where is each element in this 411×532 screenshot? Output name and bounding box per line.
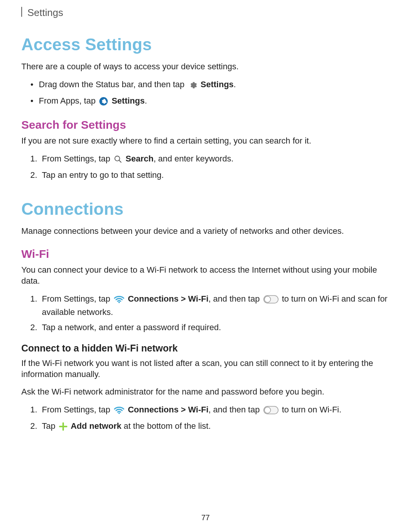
text: From Apps, tap — [39, 96, 98, 105]
text: , and then tap — [209, 405, 262, 414]
text: Tap — [42, 421, 58, 431]
wifi-icon — [114, 293, 124, 305]
heading-access-settings: Access Settings — [21, 35, 390, 54]
text: . — [234, 80, 236, 89]
text: From Settings, tap — [42, 154, 113, 163]
label-settings: Settings — [112, 96, 145, 105]
connections-intro: Manage connections between your device a… — [21, 225, 390, 237]
gear-outline-icon — [188, 78, 197, 91]
plus-icon — [59, 420, 67, 432]
access-settings-bullets: Drag down the Status bar, and then tap S… — [30, 78, 390, 108]
access-settings-intro: There are a couple of ways to access you… — [21, 61, 390, 72]
toggle-off-icon — [263, 404, 279, 416]
search-step-2: Tap an entry to go to that setting. — [40, 169, 390, 181]
text: From Settings, tap — [42, 294, 113, 304]
search-steps: From Settings, tap Search, and enter key… — [30, 153, 390, 181]
wifi-icon — [114, 404, 124, 416]
label-add-network: Add network — [71, 421, 121, 431]
search-intro: If you are not sure exactly where to fin… — [21, 135, 390, 147]
bullet-statusbar: Drag down the Status bar, and then tap S… — [30, 78, 390, 92]
document-page: Settings Access Settings There are a cou… — [0, 0, 411, 532]
label-connections-wifi: Connections > Wi-Fi — [128, 294, 209, 304]
search-icon — [114, 153, 122, 165]
settings-app-icon — [99, 95, 108, 107]
page-header: Settings — [21, 0, 390, 17]
text: From Settings, tap — [42, 405, 113, 414]
wifi-intro: You can connect your device to a Wi-Fi n… — [21, 264, 390, 287]
text: , and enter keywords. — [153, 154, 233, 163]
text: , and then tap — [209, 294, 262, 304]
label-search: Search — [126, 154, 153, 163]
label-settings: Settings — [201, 80, 234, 89]
header-section-label: Settings — [27, 7, 63, 18]
header-rule: Settings — [21, 7, 63, 17]
svg-point-5 — [264, 296, 271, 302]
svg-point-6 — [118, 412, 120, 414]
page-number: 77 — [0, 513, 411, 522]
hidden-step-2: Tap Add network at the bottom of the lis… — [40, 420, 390, 433]
hidden-wifi-p1: If the Wi-Fi network you want is not lis… — [21, 358, 390, 380]
search-step-1: From Settings, tap Search, and enter key… — [40, 153, 390, 166]
text: . — [145, 96, 147, 105]
svg-point-3 — [118, 302, 120, 303]
toggle-off-icon — [263, 293, 279, 305]
heading-wifi: Wi-Fi — [21, 248, 390, 260]
text: to turn on Wi-Fi. — [282, 405, 341, 414]
hidden-wifi-p2: Ask the Wi-Fi network administrator for … — [21, 386, 390, 398]
wifi-step-1: From Settings, tap Connections > Wi-Fi, … — [40, 293, 390, 318]
wifi-step-2: Tap a network, and enter a password if r… — [40, 321, 390, 334]
heading-connections: Connections — [21, 200, 390, 219]
svg-line-2 — [119, 160, 121, 163]
bullet-from-apps: From Apps, tap Settings. — [30, 95, 390, 108]
text: at the bottom of the list. — [121, 421, 211, 431]
heading-search-for-settings: Search for Settings — [21, 118, 390, 131]
hidden-wifi-steps: From Settings, tap Connections > Wi-Fi, … — [30, 404, 390, 433]
text: Drag down the Status bar, and then tap — [39, 80, 187, 89]
label-connections-wifi: Connections > Wi-Fi — [128, 405, 209, 414]
svg-point-8 — [264, 407, 271, 413]
hidden-step-1: From Settings, tap Connections > Wi-Fi, … — [40, 404, 390, 417]
heading-hidden-wifi: Connect to a hidden Wi-Fi network — [21, 343, 390, 354]
wifi-steps: From Settings, tap Connections > Wi-Fi, … — [30, 293, 390, 334]
